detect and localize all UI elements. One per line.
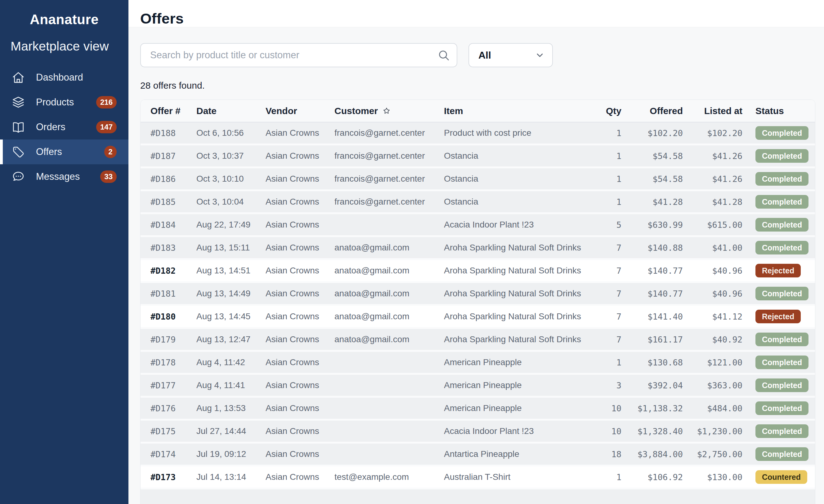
offer-id: #D186 — [140, 168, 196, 191]
partial-next-row — [140, 489, 815, 504]
page-title: Offers — [140, 10, 824, 27]
offer-row[interactable]: #D186 Oct 3, 10:10 Asian Crowns francois… — [140, 168, 815, 191]
offer-item: Antartica Pineapple — [444, 444, 591, 467]
sidebar-item[interactable]: Products 216 — [0, 90, 128, 115]
sidebar-item-icon — [12, 170, 25, 183]
offer-row[interactable]: #D188 Oct 6, 10:56 Asian Crowns francois… — [140, 122, 815, 145]
offer-item: Aroha Sparkling Natural Soft Drinks — [444, 237, 591, 260]
app-logo: Ananature — [0, 12, 128, 27]
sidebar-item[interactable]: Orders 147 — [0, 115, 128, 139]
offer-id: #D175 — [140, 421, 196, 444]
offer-date: Oct 6, 10:56 — [196, 122, 266, 145]
offer-row[interactable]: #D179 Aug 13, 12:47 Asian Crowns anatoa@… — [140, 329, 815, 352]
column-header-item: Item — [444, 100, 591, 122]
offer-status-cell: Completed — [742, 352, 815, 375]
offer-item: Product with cost price — [444, 122, 591, 145]
offer-date: Jul 19, 09:12 — [196, 444, 266, 467]
sidebar: Ananature Marketplace view Dashboard Pro… — [0, 0, 128, 504]
offer-qty: 3 — [591, 375, 621, 398]
sidebar-item-badge: 33 — [100, 170, 117, 183]
offer-id: #D188 — [140, 122, 196, 145]
offer-id: #D187 — [140, 145, 196, 168]
offer-date: Jul 14, 13:14 — [196, 467, 266, 489]
offer-row[interactable]: #D182 Aug 13, 14:51 Asian Crowns anatoa@… — [140, 260, 815, 283]
status-badge: Completed — [755, 287, 809, 300]
offer-qty: 7 — [591, 329, 621, 352]
column-header-offered: Offered — [621, 100, 683, 122]
offer-row[interactable]: #D176 Aug 1, 13:53 Asian Crowns American… — [140, 398, 815, 421]
star-icon[interactable] — [382, 107, 391, 115]
offer-listed-price: $130.00 — [683, 467, 742, 489]
offer-customer — [334, 352, 444, 375]
offer-id: #D179 — [140, 329, 196, 352]
offer-listed-price: $484.00 — [683, 398, 742, 421]
offer-row[interactable]: #D177 Aug 4, 11:41 Asian Crowns American… — [140, 375, 815, 398]
offer-row[interactable]: #D185 Oct 3, 10:04 Asian Crowns francois… — [140, 191, 815, 214]
offer-customer: anatoa@gmail.com — [334, 283, 444, 306]
status-badge: Completed — [755, 333, 809, 346]
offer-vendor: Asian Crowns — [266, 375, 334, 398]
sidebar-item-badge: 216 — [96, 96, 117, 109]
offer-offered-price: $1,328.40 — [621, 421, 683, 444]
offer-row[interactable]: #D181 Aug 13, 14:49 Asian Crowns anatoa@… — [140, 283, 815, 306]
offer-id: #D182 — [140, 260, 196, 283]
column-header-customer-cell: Customer — [334, 100, 444, 122]
table-body: #D188 Oct 6, 10:56 Asian Crowns francois… — [140, 122, 815, 489]
offer-status-cell: Completed — [742, 375, 815, 398]
offer-status-cell: Rejected — [742, 306, 815, 329]
status-badge: Completed — [755, 126, 809, 140]
column-header-date: Date — [196, 100, 266, 122]
offer-item: Ostancia — [444, 168, 591, 191]
offer-listed-price: $41.26 — [683, 145, 742, 168]
offer-id: #D183 — [140, 237, 196, 260]
offer-item: Aroha Sparkling Natural Soft Drinks — [444, 283, 591, 306]
offer-status-cell: Completed — [742, 122, 815, 145]
offer-vendor: Asian Crowns — [266, 191, 334, 214]
offer-row[interactable]: #D178 Aug 4, 11:42 Asian Crowns American… — [140, 352, 815, 375]
offer-offered-price: $3,884.00 — [621, 444, 683, 467]
status-badge: Completed — [755, 218, 809, 232]
status-filter-value: All — [479, 49, 491, 61]
status-filter-dropdown[interactable]: All — [469, 43, 553, 67]
offer-row[interactable]: #D187 Oct 3, 10:37 Asian Crowns francois… — [140, 145, 815, 168]
column-header-status: Status — [742, 100, 815, 122]
offer-item: Acacia Indoor Plant !23 — [444, 214, 591, 237]
offer-id: #D180 — [140, 306, 196, 329]
offer-row[interactable]: #D174 Jul 19, 09:12 Asian Crowns Antarti… — [140, 444, 815, 467]
status-badge: Completed — [755, 356, 809, 369]
sidebar-item-badge: 2 — [104, 146, 117, 158]
offer-customer — [334, 214, 444, 237]
offer-offered-price: $392.04 — [621, 375, 683, 398]
offer-date: Oct 3, 10:10 — [196, 168, 266, 191]
offer-row[interactable]: #D173 Jul 14, 13:14 Asian Crowns test@ex… — [140, 467, 815, 489]
offer-item: Ostancia — [444, 145, 591, 168]
offer-vendor: Asian Crowns — [266, 260, 334, 283]
chevron-down-icon — [535, 50, 545, 60]
content-area: All 28 offers found. Offer # Date Vendor — [128, 27, 824, 504]
offer-qty: 1 — [591, 168, 621, 191]
offer-id: #D185 — [140, 191, 196, 214]
sidebar-item-icon — [12, 121, 25, 134]
offer-offered-price: $140.77 — [621, 260, 683, 283]
offer-qty: 10 — [591, 398, 621, 421]
main-area: Offers All 28 offers found. Of — [128, 0, 824, 504]
offer-offered-price: $41.28 — [621, 191, 683, 214]
offer-row[interactable]: #D180 Aug 13, 14:45 Asian Crowns anatoa@… — [140, 306, 815, 329]
offer-customer: test@example.com — [334, 467, 444, 489]
offer-row[interactable]: #D183 Aug 13, 15:11 Asian Crowns anatoa@… — [140, 237, 815, 260]
offer-vendor: Asian Crowns — [266, 352, 334, 375]
sidebar-item[interactable]: Offers 2 — [0, 139, 128, 164]
offer-item: Ostancia — [444, 191, 591, 214]
offer-status-cell: Completed — [742, 168, 815, 191]
sidebar-item[interactable]: Dashboard — [0, 65, 128, 90]
offer-vendor: Asian Crowns — [266, 214, 334, 237]
offer-qty: 1 — [591, 145, 621, 168]
sidebar-item-icon — [12, 145, 25, 158]
search-input[interactable] — [140, 43, 457, 67]
sidebar-item[interactable]: Messages 33 — [0, 164, 128, 189]
offer-vendor: Asian Crowns — [266, 467, 334, 489]
offer-row[interactable]: #D175 Jul 27, 14:44 Asian Crowns Acacia … — [140, 421, 815, 444]
column-header-qty: Qty — [591, 100, 621, 122]
offer-status-cell: Completed — [742, 398, 815, 421]
offer-row[interactable]: #D184 Aug 22, 17:49 Asian Crowns Acacia … — [140, 214, 815, 237]
